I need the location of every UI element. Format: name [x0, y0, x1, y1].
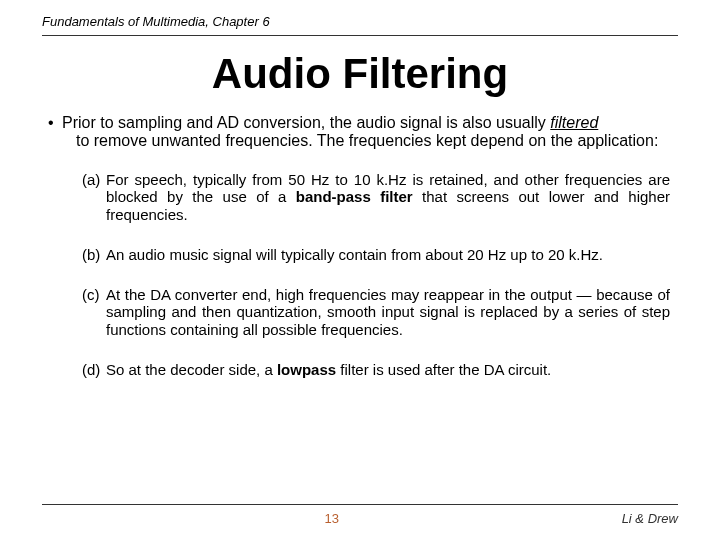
chapter-header: Fundamentals of Multimedia, Chapter 6: [42, 14, 678, 33]
bullet-dot: •: [48, 114, 62, 151]
list-item: (d) So at the decoder side, a lowpass fi…: [82, 361, 670, 379]
footer-divider: [42, 504, 678, 505]
page-number: 13: [42, 511, 622, 526]
header-divider: [42, 35, 678, 36]
item-label: (b): [82, 246, 106, 264]
item-label: (d): [82, 361, 106, 379]
intro-paragraph: • Prior to sampling and AD conversion, t…: [42, 114, 678, 151]
list-item: (c) At the DA converter end, high freque…: [82, 286, 670, 339]
item-text: An audio music signal will typically con…: [106, 246, 670, 264]
item-label: (c): [82, 286, 106, 339]
items-list: (a) For speech, typically from 50 Hz to …: [42, 171, 678, 379]
list-item: (b) An audio music signal will typically…: [82, 246, 670, 264]
item-text: So at the decoder side, a lowpass filter…: [106, 361, 670, 379]
page-title: Audio Filtering: [42, 50, 678, 98]
authors: Li & Drew: [622, 511, 678, 526]
intro-filtered-word: filtered: [550, 114, 598, 131]
item-text: At the DA converter end, high frequencie…: [106, 286, 670, 339]
intro-line2: to remove unwanted frequencies. The freq…: [62, 132, 658, 150]
item-label: (a): [82, 171, 106, 224]
intro-line1: Prior to sampling and AD conversion, the…: [62, 114, 550, 131]
slide-page: Fundamentals of Multimedia, Chapter 6 Au…: [0, 0, 720, 540]
footer: 13 Li & Drew: [42, 504, 678, 526]
item-text: For speech, typically from 50 Hz to 10 k…: [106, 171, 670, 224]
list-item: (a) For speech, typically from 50 Hz to …: [82, 171, 670, 224]
